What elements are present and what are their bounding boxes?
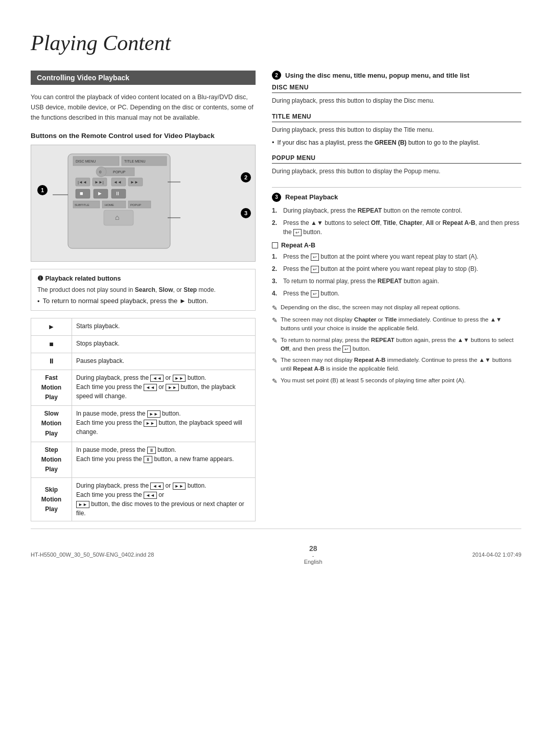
callout-1: 1 — [37, 185, 48, 195]
note-text-3: To return to normal play, press the REPE… — [281, 336, 521, 354]
list-item: 1. During playback, press the REPEAT but… — [272, 206, 521, 215]
remote-svg: DISC MENU TITLE MENU POPUP 0 |◄◄ ►►| — [37, 151, 201, 254]
page-number: 28 — [309, 544, 317, 553]
playback-note-box: ❶ Playback related buttons The product d… — [31, 269, 256, 311]
page-title: Playing Content — [31, 31, 521, 55]
repeat-ab-list: 1. Press the ↩ button at the point where… — [272, 252, 521, 298]
subsection-title: Buttons on the Remote Control used for V… — [31, 132, 256, 140]
list-item: 2. Press the ↩ button at the point where… — [272, 264, 521, 273]
num-1: 1. — [272, 206, 279, 215]
checkbox-icon — [272, 242, 278, 248]
enter-icon3: ↩ — [311, 266, 319, 273]
remote-diagram: DISC MENU TITLE MENU POPUP 0 |◄◄ ►►| — [31, 145, 256, 262]
note-line: ✎ You must set point (B) at least 5 seco… — [272, 376, 521, 386]
num-2: 2. — [272, 218, 279, 237]
table-row: ⏸ Pauses playback. — [31, 353, 256, 370]
section2-header: 2 Using the disc menu, title menu, popup… — [272, 71, 521, 80]
ff-icon4: ►► — [144, 420, 157, 427]
ff-icon: ►► — [173, 375, 186, 382]
svg-text:⏸: ⏸ — [115, 191, 120, 196]
num-ab-1: 1. — [272, 252, 279, 261]
num-ab-4: 4. — [272, 289, 279, 298]
note-icon-1: ✎ — [272, 303, 278, 313]
disc-menu-header: DISC MENU — [272, 84, 521, 93]
playback-note-title: ❶ Playback related buttons — [37, 274, 249, 282]
footer-right: 2014-04-02 1:07:49 — [472, 552, 521, 558]
playback-bullet-text: To return to normal speed playback, pres… — [43, 297, 209, 305]
footer-left: HT-H5500_00W_30_50_50W-ENG_0402.indd 28 — [31, 552, 154, 558]
pause-icon3: ⏸ — [144, 456, 152, 463]
notes-section: ✎ Depending on the disc, the screen may … — [272, 303, 521, 386]
table-row: SlowMotionPlay In pause mode, press the … — [31, 406, 256, 442]
right-column: 2 Using the disc menu, title menu, popup… — [272, 71, 521, 529]
svg-text:|◄◄: |◄◄ — [78, 180, 87, 185]
svg-text:0: 0 — [99, 170, 102, 174]
ff-icon2: ►► — [166, 384, 179, 391]
table-cell-icon: ► — [31, 318, 72, 336]
note-text-2: The screen may not display Chapter or Ti… — [281, 315, 521, 333]
table-cell-desc: During playback, press the ◄◄ or ►► butt… — [72, 370, 256, 406]
table-cell-desc: Stops playback. — [72, 336, 256, 353]
playback-bullet: • To return to normal speed playback, pr… — [37, 297, 249, 305]
enter-icon2: ↩ — [311, 254, 319, 261]
title-menu-text: During playback, press this button to di… — [272, 125, 521, 135]
rewind-icon: ◄◄ — [150, 375, 164, 382]
callout-2-label: 2 — [272, 71, 281, 80]
note-text-5: You must set point (B) at least 5 second… — [281, 376, 466, 386]
intro-text: You can control the playback of video co… — [31, 92, 256, 123]
page-number-block: 28 - English — [304, 544, 323, 565]
table-cell-desc: In pause mode, press the ⏸ button. Each … — [72, 442, 256, 478]
table-row: ► Starts playback. — [31, 318, 256, 336]
popup-menu-header: POPUP MENU — [272, 154, 521, 164]
section3-header: 3 Repeat Playback — [272, 193, 521, 202]
note-icon-5: ✎ — [272, 376, 278, 386]
callout-3-label: 3 — [272, 193, 281, 202]
table-cell-icon: ⏸ — [31, 353, 72, 370]
play-icon: ► — [48, 323, 55, 331]
rewind-icon4: ◄◄ — [144, 492, 157, 499]
page-language: - English — [304, 553, 323, 565]
callout-2: 2 — [241, 172, 251, 182]
pause-icon: ⏸ — [48, 357, 55, 365]
list-item: 3. To return to normal play, press the R… — [272, 277, 521, 286]
popup-menu-section: POPUP MENU During playback, press this b… — [272, 154, 521, 176]
enter-icon5: ↩ — [342, 346, 351, 353]
section-repeat: 3 Repeat Playback 1. During playback, pr… — [272, 193, 521, 386]
list-item: 1. Press the ↩ button at the point where… — [272, 252, 521, 261]
disc-menu-text: During playback, press this button to di… — [272, 96, 521, 106]
repeat-ab-step-2: Press the ↩ button at the point where yo… — [283, 264, 478, 273]
table-cell-desc: Pauses playback. — [72, 353, 256, 370]
table-cell-desc: During playback, press the ◄◄ or ►► butt… — [72, 478, 256, 521]
table-row: ■ Stops playback. — [31, 336, 256, 353]
section-title: Controlling Video Playback — [31, 71, 256, 85]
svg-text:DISC MENU: DISC MENU — [76, 159, 96, 163]
note-icon-3: ✎ — [272, 336, 278, 354]
svg-text:►: ► — [97, 190, 103, 196]
svg-text:TITLE MENU: TITLE MENU — [124, 159, 146, 163]
bullet-dot2: • — [272, 139, 274, 146]
svg-text:►►|: ►►| — [95, 180, 104, 185]
title-menu-section: TITLE MENU During playback, press this b… — [272, 113, 521, 147]
note-icon-4: ✎ — [272, 356, 278, 374]
note-text-1: Depending on the disc, the screen may no… — [281, 303, 461, 313]
table-row: FastMotionPlay During playback, press th… — [31, 370, 256, 406]
svg-text:⌂: ⌂ — [115, 213, 119, 221]
note-icon-2: ✎ — [272, 315, 278, 333]
repeat-list: 1. During playback, press the REPEAT but… — [272, 206, 521, 237]
table-cell-icon: ■ — [31, 336, 72, 353]
enter-icon: ↩ — [293, 229, 302, 236]
list-item: 2. Press the ▲▼ buttons to select Off, T… — [272, 218, 521, 237]
ff-icon6: ►► — [76, 501, 89, 508]
num-ab-3: 3. — [272, 277, 279, 286]
table-cell-label: FastMotionPlay — [31, 370, 72, 406]
repeat-ab-step-1: Press the ↩ button at the point where yo… — [283, 252, 478, 261]
popup-menu-text: During playback, press this button to di… — [272, 167, 521, 176]
note-line: ✎ To return to normal play, press the RE… — [272, 336, 521, 354]
note-line: ✎ The screen may not display Chapter or … — [272, 315, 521, 333]
page-container: Playing Content Controlling Video Playba… — [0, 0, 552, 585]
repeat-ab-title: Repeat A-B — [281, 242, 315, 249]
playback-note-text: The product does not play sound in Searc… — [37, 285, 249, 295]
pause-icon2: ⏸ — [147, 447, 156, 454]
title-menu-bullet: • If your disc has a playlist, press the… — [272, 138, 521, 147]
page-footer: HT-H5500_00W_30_50_50W-ENG_0402.indd 28 … — [31, 529, 521, 565]
